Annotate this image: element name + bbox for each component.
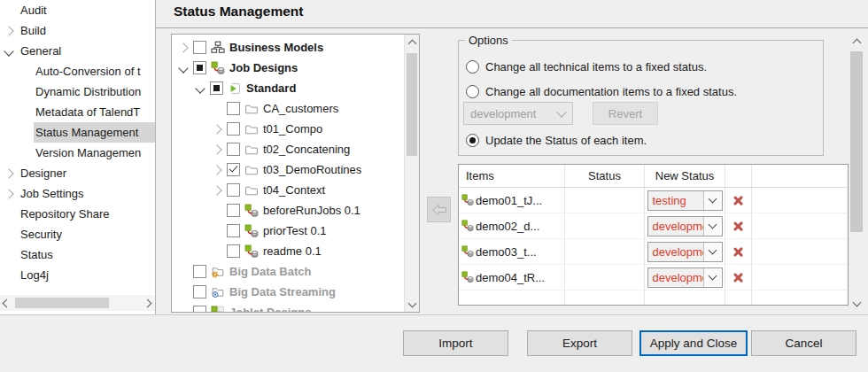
dropdown-button[interactable] <box>703 191 722 210</box>
chevron-right-icon[interactable] <box>4 26 13 35</box>
sidebar-horizontal-scrollbar[interactable] <box>0 295 155 311</box>
nav-item-status-management[interactable]: Status Management <box>0 122 155 143</box>
chevron-right-icon[interactable] <box>178 43 188 52</box>
nav-item-security[interactable]: Security <box>0 224 155 244</box>
checkbox-partial[interactable] <box>193 61 206 74</box>
tree-item-t01-compo[interactable]: t01_Compo <box>172 119 405 139</box>
checkbox-unchecked[interactable] <box>227 122 240 136</box>
apply-and-close-button[interactable]: Apply and Close <box>639 330 748 356</box>
tree-item-t03-demoroutines[interactable]: t03_DemoRoutines <box>172 159 405 180</box>
tree-item-business-models[interactable]: Business Models <box>172 37 405 58</box>
nav-item-dynamic-distribution[interactable]: Dynamic Distribution <box>0 81 155 102</box>
chevron-right-icon[interactable] <box>212 185 221 195</box>
radio-change-documentation[interactable]: Change all documentation items to a fixe… <box>466 84 737 98</box>
status-cell <box>565 213 645 238</box>
table-row[interactable]: demo01_tJ... testing <box>459 188 848 213</box>
scroll-right-icon[interactable] <box>143 299 152 308</box>
chevron-right-icon[interactable] <box>212 144 221 154</box>
dropdown-button[interactable] <box>703 268 722 287</box>
delete-icon[interactable] <box>732 246 744 258</box>
radio-icon[interactable] <box>466 85 479 98</box>
chevron-down-icon[interactable] <box>4 46 13 56</box>
scroll-up-icon[interactable] <box>408 40 417 49</box>
checkbox-unchecked[interactable] <box>193 41 206 54</box>
checkbox-unchecked[interactable] <box>227 143 240 156</box>
tree-vertical-scrollbar[interactable] <box>404 35 419 312</box>
checkbox-unchecked[interactable] <box>227 102 240 115</box>
nav-item-job-settings[interactable]: Job Settings <box>0 183 155 204</box>
tree-item-readme[interactable]: readme 0.1 <box>172 241 405 261</box>
new-status-dropdown[interactable]: testing <box>647 190 723 211</box>
scroll-down-icon[interactable] <box>408 299 417 308</box>
table-header-row: Items Status New Status <box>459 165 848 188</box>
nav-item-auto-conversion[interactable]: Auto-Conversion of t <box>0 61 155 81</box>
checkbox-unchecked[interactable] <box>193 306 206 313</box>
scrollbar-thumb[interactable] <box>407 53 417 156</box>
scroll-down-icon[interactable] <box>853 298 862 307</box>
nav-item-repository-share[interactable]: Repository Share <box>0 204 155 224</box>
checkbox-unchecked[interactable] <box>227 183 240 197</box>
nav-item-log4j[interactable]: Log4j <box>0 265 155 285</box>
radio-icon[interactable] <box>466 60 479 74</box>
checkbox-unchecked[interactable] <box>227 204 240 217</box>
tree-item-standard[interactable]: Standard <box>172 78 405 98</box>
checkbox-unchecked[interactable] <box>227 244 240 258</box>
delete-icon[interactable] <box>732 221 744 232</box>
table-row[interactable]: demo03_t... development <box>459 239 848 265</box>
checkbox-unchecked[interactable] <box>227 224 240 237</box>
tree-item-t04-context[interactable]: t04_Context <box>172 180 405 200</box>
scrollbar-thumb[interactable] <box>15 298 109 308</box>
tree-item-beforerunjobs[interactable]: beforeRunJobs 0.1 <box>172 200 405 221</box>
column-header-items[interactable]: Items <box>459 165 565 187</box>
new-status-dropdown[interactable]: development <box>647 242 723 262</box>
job-icon <box>211 61 225 75</box>
panel-vertical-scrollbar[interactable] <box>849 34 865 312</box>
nav-item-version-management[interactable]: Version Managemen <box>0 143 155 163</box>
checkbox-checked[interactable] <box>227 163 240 176</box>
chevron-down-icon <box>709 272 717 281</box>
dropdown-button[interactable] <box>703 243 722 261</box>
nav-item-designer[interactable]: Designer <box>0 163 155 183</box>
scroll-left-icon[interactable] <box>3 299 12 308</box>
delete-icon[interactable] <box>732 195 744 206</box>
export-button[interactable]: Export <box>527 330 632 356</box>
radio-selected-icon[interactable] <box>466 134 479 147</box>
tree-item-big-data-batch[interactable]: Big Data Batch <box>172 261 405 282</box>
scroll-up-icon[interactable] <box>853 39 862 48</box>
radio-update-each-item[interactable]: Update the Status of each item. <box>466 133 647 147</box>
scrollbar-thumb[interactable] <box>850 51 863 232</box>
import-button[interactable]: Import <box>403 330 508 356</box>
chevron-down-icon[interactable] <box>178 63 188 73</box>
nav-item-metadata-talend[interactable]: Metadata of TalendT <box>0 102 155 122</box>
radio-change-technical[interactable]: Change all technical items to a fixed st… <box>466 59 707 74</box>
tree-item-job-designs[interactable]: Job Designs <box>172 58 405 78</box>
chevron-down-icon[interactable] <box>195 83 205 93</box>
chevron-right-icon[interactable] <box>212 124 221 134</box>
tree-item-big-data-streaming[interactable]: Big Data Streaming <box>172 282 405 302</box>
chevron-right-icon[interactable] <box>4 189 13 198</box>
tree-item-t02-concatening[interactable]: t02_Concatening <box>172 139 405 159</box>
table-row[interactable]: demo04_tR... development <box>459 265 848 291</box>
nav-item-build[interactable]: Build <box>0 20 155 41</box>
cancel-button[interactable]: Cancel <box>751 330 856 356</box>
chevron-right-icon[interactable] <box>4 168 13 178</box>
new-status-dropdown[interactable]: development <box>647 267 723 288</box>
nav-item-general[interactable]: General <box>0 41 155 61</box>
tree-item-priortest[interactable]: priorTest 0.1 <box>172 221 405 241</box>
checkbox-partial[interactable] <box>210 81 223 95</box>
dropdown-button[interactable] <box>703 217 722 236</box>
chevron-right-icon[interactable] <box>212 165 221 174</box>
checkbox-unchecked[interactable] <box>193 285 206 298</box>
column-header-new-status[interactable]: New Status <box>645 165 725 187</box>
nav-item-status[interactable]: Status <box>0 244 155 265</box>
nav-item-audit[interactable]: Audit <box>0 0 155 20</box>
new-status-dropdown[interactable]: development <box>647 216 723 236</box>
table-row[interactable]: demo02_d... development <box>459 213 848 239</box>
delete-icon[interactable] <box>732 272 744 283</box>
column-header-status[interactable]: Status <box>565 165 645 187</box>
checkbox-unchecked[interactable] <box>193 265 206 278</box>
tree-item-ca-customers[interactable]: CA_customers <box>172 98 405 119</box>
options-group: Options Change all technical items to a … <box>458 40 824 156</box>
tree-item-joblet-designs[interactable]: Joblet Designs <box>172 302 405 313</box>
footer-divider <box>0 314 868 315</box>
